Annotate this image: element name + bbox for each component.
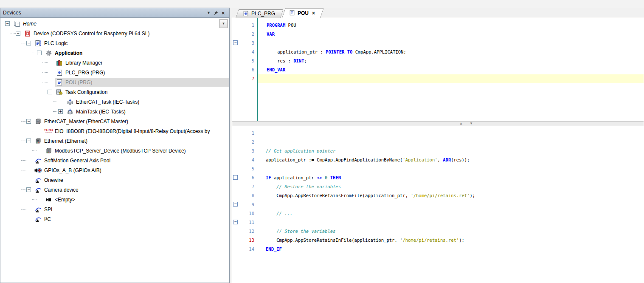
tree-item-content[interactable]: SPI [34,205,229,214]
code-line[interactable]: END_VAR [258,65,644,74]
editor-splitter[interactable]: ▲▼ [232,121,644,126]
devbox-icon [45,147,53,154]
code-line[interactable] [257,164,644,173]
tree-item-ethercat-task-iec-tasks[interactable]: EtherCAT_Task (IEC-Tasks) [0,97,229,107]
tree-item-content[interactable]: YODAsensoredEIO_I8BO8R (EIO-I8BO8R(Digit… [45,127,229,136]
code-line[interactable]: // ... [257,209,644,218]
tree-item-eio-i8bo8r-eio-i8bo8r-digital-8-input-8-re[interactable]: YODAsensoredEIO_I8BO8R (EIO-I8BO8R(Digit… [0,126,229,136]
code-line[interactable] [258,74,644,83]
tree-item-label: EIO_I8BO8R (EIO-I8BO8R(Digital 8-Input/8… [55,128,210,134]
tree-item-modbustcp-server-device-modbustcp-server-d[interactable]: ModbusTCP_Server_Device (ModbusTCP Serve… [0,146,229,156]
tab-label: PLC_PRG [251,11,275,17]
code-area[interactable]: PROGRAM POUVAR application_ptr : POINTER… [258,18,644,121]
code-line[interactable] [257,218,644,227]
tree-item-content[interactable]: <Empty> [45,195,229,204]
tree-item-spi[interactable]: SPI [0,204,229,214]
tree-item-onewire[interactable]: Onewire [0,175,229,185]
collapse-toggle[interactable]: − [16,31,20,36]
tree-guide-line [42,62,48,63]
tree-item-content[interactable]: Task Configuration [55,88,229,96]
tree-item-ethercat-master-ethercat-master[interactable]: −EtherCAT_Master (EtherCAT Master) [0,116,229,126]
tree-item-content[interactable]: Ethernet (Ethernet) [34,136,229,145]
tree-item-content[interactable]: Home [13,19,229,28]
collapse-toggle[interactable]: − [26,139,31,143]
tree-filter-dropdown[interactable]: ▼ [219,19,228,28]
code-line[interactable]: application_ptr := CmpApp.AppFindApplica… [257,156,644,164]
code-line[interactable]: // Store the variables [257,227,644,236]
tree-item-empty[interactable]: <Empty> [0,195,229,204]
tree-item-content[interactable]: SoftMotion General Axis Pool [34,156,229,165]
tree-item-plc-prg-prg[interactable]: PLC_PRG (PRG) [0,68,229,77]
tree-item-content[interactable]: PLC Logic [34,39,229,48]
collapse-toggle[interactable]: − [26,119,31,124]
fold-collapse-marker[interactable]: − [233,202,238,207]
expand-toggle[interactable]: + [58,109,63,114]
splitter-collapse-down-icon[interactable]: ▼ [470,122,473,126]
code-line[interactable]: // Restore the variables [257,182,644,191]
collapse-toggle[interactable]: − [37,51,42,55]
code-area[interactable]: // Get application pointerapplication_pt… [257,126,644,283]
fold-collapse-marker[interactable]: − [233,40,238,45]
collapse-toggle[interactable]: − [26,41,31,45]
code-line[interactable]: VAR [258,30,644,39]
code-line[interactable]: res : DINT; [258,57,644,65]
tree-item-content[interactable]: Application [45,48,229,57]
code-line[interactable]: IF application_ptr <> 0 THEN [257,173,644,182]
tree-item-content[interactable]: POU (PRG) [55,78,229,87]
tree-item-content[interactable]: MainTask (IEC-Tasks) [66,107,229,116]
panel-menu-dropdown-icon[interactable]: ▼ [205,8,212,17]
code-line[interactable]: application_ptr : POINTER TO CmpApp.APPL… [258,48,644,57]
tree-item-ethernet-ethernet[interactable]: −Ethernet (Ethernet) [0,136,229,146]
tree-item-content[interactable]: EtherCAT_Master (EtherCAT Master) [34,117,229,126]
tree-item-application[interactable]: −Application [0,48,229,58]
tree-guide-line [32,199,37,200]
tree-item-content[interactable]: Device (CODESYS Control for Raspberry Pi… [23,29,229,38]
tree-item-task-configuration[interactable]: −Task Configuration [0,87,229,97]
implementation-editor[interactable]: −−−1234567891011121314// Get application… [232,126,644,283]
tree-item-content[interactable]: PLC_PRG (PRG) [55,68,229,77]
tree-item-gpios-a-b-gpios-a-b[interactable]: GPIOs_A_B (GPIOs A/B) [0,165,229,175]
code-line[interactable]: PROGRAM POU [258,21,644,30]
splitter-arrows[interactable]: ▲▼ [459,122,473,126]
tree-item-pou-prg[interactable]: POU (PRG) [0,77,229,87]
tree-item-content[interactable]: Library Manager [55,58,229,67]
expand-placeholder [48,70,52,75]
code-line[interactable] [257,200,644,209]
tab-close-icon[interactable]: × [312,11,315,15]
tree-item-content[interactable]: Camera device [34,185,229,194]
tab-plc-prg[interactable]: PLC_PRG [236,9,281,18]
fold-collapse-marker[interactable]: − [233,220,238,224]
tree-item-device-codesys-control-for-raspberry-pi-64[interactable]: −Device (CODESYS Control for Raspberry P… [0,28,229,38]
tree-item-content[interactable]: EtherCAT_Task (IEC-Tasks) [66,97,229,106]
tree-item-maintask-iec-tasks[interactable]: +MainTask (IEC-Tasks) [0,107,229,116]
code-line[interactable]: // Get application pointer [257,147,644,156]
tree-item-softmotion-general-axis-pool[interactable]: SoftMotion General Axis Pool [0,156,229,165]
panel-pin-icon[interactable] [212,8,219,17]
panel-close-icon[interactable]: × [219,8,227,17]
collapse-toggle[interactable]: − [26,187,31,192]
splitter-collapse-up-icon[interactable]: ▲ [459,122,463,126]
declaration-editor[interactable]: −1234567PROGRAM POUVAR application_ptr :… [232,18,644,121]
device-tree[interactable]: ▼ −Home−Device (CODESYS Control for Rasp… [0,18,229,283]
code-line[interactable] [258,39,644,48]
tree-item-content[interactable]: GPIOs_A_B (GPIOs A/B) [34,166,229,175]
tree-item-content[interactable]: I²C [34,215,229,224]
tree-item-content[interactable]: Onewire [34,175,229,184]
code-line[interactable] [257,129,644,138]
tree-item-plc-logic[interactable]: −PLC Logic [0,38,229,48]
code-line[interactable]: CmpApp.AppStoreRetainsInFile(application… [257,236,644,245]
collapse-toggle[interactable]: − [48,90,52,94]
tree-item-i-c[interactable]: I²C [0,214,229,224]
tree-item-camera-device[interactable]: −Camera device [0,185,229,195]
tree-item-content[interactable]: ModbusTCP_Server_Device (ModbusTCP Serve… [45,146,229,155]
collapse-toggle[interactable]: − [5,21,10,26]
fold-collapse-marker[interactable]: − [233,175,238,180]
tree-item-home[interactable]: −Home [0,19,229,28]
code-line[interactable] [257,138,644,147]
tab-pou[interactable]: POU× [282,8,321,18]
tree-item-library-manager[interactable]: Library Manager [0,58,229,68]
code-line[interactable]: END_IF [257,245,644,254]
code-line[interactable]: CmpApp.AppRestoreRetainsFromFile(applica… [257,191,644,200]
devices-panel-titlebar[interactable]: Devices ▼ × [0,8,229,18]
code-token: POINTER [326,49,344,54]
